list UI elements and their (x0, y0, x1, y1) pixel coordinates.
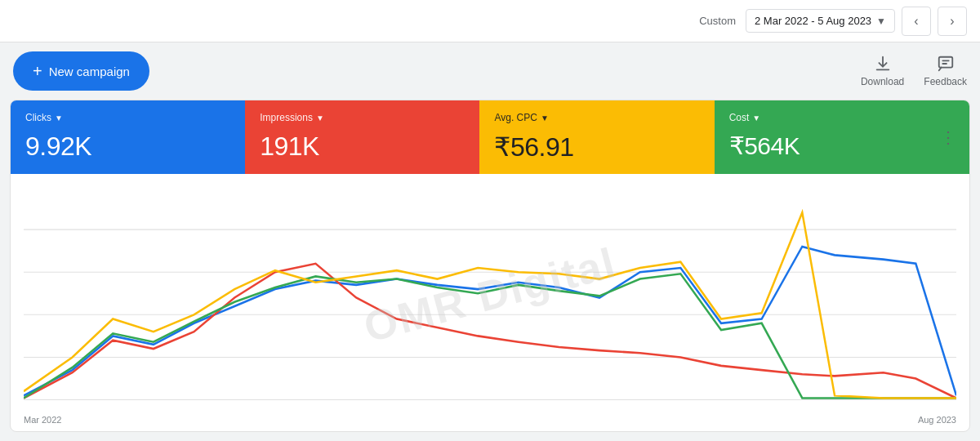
metric-cpc[interactable]: Avg. CPC ▼ ₹56.91 (479, 100, 714, 174)
metrics-row: Clicks ▼ 9.92K Impressions ▼ 191K Avg. C… (11, 100, 969, 174)
feedback-button[interactable]: Feedback (924, 55, 967, 87)
download-icon (874, 55, 892, 73)
date-range-value: 2 Mar 2022 - 5 Aug 2023 (755, 15, 871, 27)
cost-dropdown-icon: ▼ (752, 114, 760, 122)
more-options-button[interactable]: ⋮ (937, 124, 960, 150)
cost-value: ₹564K (729, 131, 955, 160)
x-label-start: Mar 2022 (24, 415, 61, 425)
yellow-line (24, 212, 956, 398)
download-label: Download (861, 76, 904, 87)
cost-label: Cost ▼ (729, 112, 955, 123)
line-chart (24, 187, 956, 408)
date-label: Custom (699, 15, 736, 27)
impressions-value: 191K (260, 131, 465, 162)
metric-clicks[interactable]: Clicks ▼ 9.92K (11, 100, 245, 174)
chevron-down-icon: ▼ (876, 16, 886, 27)
new-campaign-button[interactable]: + New campaign (13, 51, 149, 91)
svg-rect-1 (938, 57, 952, 68)
feedback-label: Feedback (924, 76, 967, 87)
action-right-group: Download Feedback (861, 55, 967, 87)
prev-period-button[interactable]: ‹ (902, 7, 931, 36)
red-line (24, 264, 956, 399)
plus-icon: + (33, 63, 42, 79)
chevron-right-icon: › (950, 14, 954, 29)
chart-area: OMR Digital (11, 174, 969, 415)
download-button[interactable]: Download (861, 55, 904, 87)
new-campaign-label: New campaign (49, 65, 130, 78)
date-range-picker[interactable]: 2 Mar 2022 - 5 Aug 2023 ▼ (746, 9, 895, 33)
cpc-value: ₹56.91 (494, 131, 699, 163)
x-axis-labels: Mar 2022 Aug 2023 (11, 415, 969, 431)
clicks-value: 9.92K (25, 131, 230, 162)
action-bar: + New campaign Download Feedback (0, 42, 980, 100)
next-period-button[interactable]: › (938, 7, 967, 36)
x-label-end: Aug 2023 (918, 415, 956, 425)
metric-impressions[interactable]: Impressions ▼ 191K (245, 100, 479, 174)
impressions-dropdown-icon: ▼ (316, 114, 324, 122)
clicks-dropdown-icon: ▼ (55, 114, 63, 122)
chevron-left-icon: ‹ (914, 14, 918, 29)
top-bar: Custom 2 Mar 2022 - 5 Aug 2023 ▼ ‹ › (0, 0, 980, 42)
metric-cost[interactable]: Cost ▼ ₹564K (715, 100, 969, 174)
impressions-label: Impressions ▼ (260, 112, 465, 123)
feedback-icon (937, 55, 955, 73)
clicks-label: Clicks ▼ (25, 112, 230, 123)
cpc-label: Avg. CPC ▼ (494, 112, 699, 123)
main-card: Clicks ▼ 9.92K Impressions ▼ 191K Avg. C… (10, 100, 970, 432)
cpc-dropdown-icon: ▼ (541, 114, 549, 122)
